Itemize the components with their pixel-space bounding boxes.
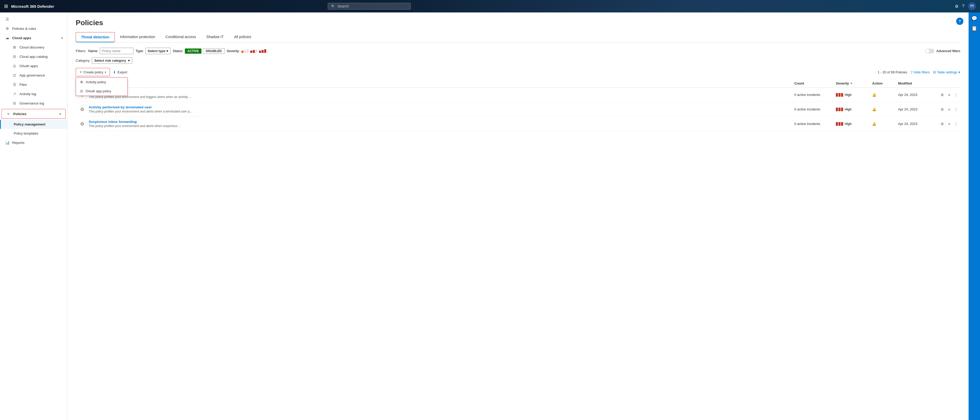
help-icon[interactable]: ? [962, 4, 964, 8]
status-disabled-btn[interactable]: DISABLED [203, 48, 224, 54]
oauth-app-policy-label: OAuth app policy [86, 89, 111, 93]
severity-medium[interactable] [250, 49, 258, 53]
type-label: Type: [135, 49, 144, 53]
row-settings-btn[interactable]: ⚙ [940, 121, 945, 127]
sidebar-item-governance-log[interactable]: ⊟ Governance log [0, 99, 67, 108]
sidebar-item-cloud-discovery[interactable]: ⊞ Cloud discovery [0, 43, 67, 52]
severity-sort-icon[interactable]: ▼ [850, 82, 853, 85]
sidebar-label: App governance [19, 73, 45, 77]
row-count: 0 active incidents [794, 107, 836, 111]
activity-log-icon: ↗ [12, 92, 17, 96]
activity-policy-option[interactable]: ⚙ Activity policy [76, 78, 127, 87]
create-policy-container: + Create policy ▾ ⚙ Activity policy ⊡ OA… [76, 68, 110, 76]
hide-filters-btn[interactable]: ▽ Hide filters [910, 70, 930, 74]
search-bar[interactable]: 🔍 [328, 3, 410, 10]
chevron-down-icon: ▾ [167, 49, 168, 53]
oauth-app-policy-option[interactable]: ⊡ OAuth app policy [76, 87, 127, 95]
settings-icon[interactable]: ⚙ [955, 4, 958, 9]
policy-name-link[interactable]: Activity [89, 91, 794, 95]
sidebar-section-policies[interactable]: ≡ Policies ∧ [2, 109, 65, 119]
category-value: Select risk category [94, 59, 126, 62]
oauth-app-policy-icon: ⊡ [80, 89, 83, 93]
row-list-btn[interactable]: ≡ [947, 92, 951, 97]
sidebar-label: Reports [12, 141, 24, 145]
create-policy-button[interactable]: + Create policy ▾ [76, 68, 110, 76]
sidebar-hamburger[interactable]: ☰ [0, 14, 67, 24]
cloud-app-catalog-icon: ⊟ [12, 54, 17, 59]
category-filter-row: Category: Select risk category ▾ [76, 57, 960, 64]
chevron-down-icon: ▾ [958, 70, 960, 74]
col-count-header: Count [794, 81, 836, 85]
sidebar-item-oauth-apps[interactable]: ◎ OAuth apps [0, 61, 67, 70]
search-input[interactable] [337, 4, 407, 8]
export-button[interactable]: ⬇ Export [113, 70, 127, 74]
export-label: Export [118, 70, 127, 74]
row-more-btn[interactable]: ⋮ [953, 107, 959, 112]
sidebar-item-files[interactable]: ☰ Files [0, 80, 67, 89]
cloud-apps-icon: ☁ [5, 36, 10, 40]
sidebar-item-policies-rules[interactable]: ⚙ Policies & rules [0, 24, 67, 33]
help-button[interactable]: ? [956, 18, 963, 25]
row-more-btn[interactable]: ⋮ [953, 121, 959, 127]
apps-grid-icon[interactable]: ⊞ [4, 3, 8, 9]
sidebar-label: Files [19, 83, 27, 87]
row-list-btn[interactable]: ≡ [947, 121, 951, 127]
sidebar-section-cloud-apps[interactable]: ☁ Cloud apps ∧ [0, 33, 67, 43]
app-governance-icon: ⊡ [12, 73, 17, 77]
feedback-icon[interactable]: 📋 [972, 25, 977, 31]
plus-icon: + [80, 70, 82, 75]
sidebar-item-activity-log[interactable]: ↗ Activity log [0, 89, 67, 99]
col-severity-header[interactable]: Severity ▼ [836, 81, 872, 85]
sidebar-item-policy-management[interactable]: Policy management [0, 120, 67, 129]
tab-all-policies[interactable]: All policies [229, 32, 256, 42]
category-select[interactable]: Select risk category ▾ [92, 57, 132, 64]
policy-name-input[interactable] [100, 48, 134, 54]
sidebar-item-policy-templates[interactable]: Policy templates [0, 129, 67, 138]
sidebar-item-reports[interactable]: 📊 Reports [0, 138, 67, 147]
hide-filters-label: Hide filters [914, 70, 930, 74]
bell-icon: 🔔 [872, 107, 876, 111]
row-list-btn[interactable]: ≡ [947, 107, 951, 112]
policy-name-link[interactable]: Suspicious inbox forwarding [89, 120, 794, 124]
sidebar: ☰ ⚙ Policies & rules ☁ Cloud apps ∧ ⊞ Cl… [0, 13, 67, 420]
type-select[interactable]: Select type ▾ [145, 48, 171, 54]
severity-label: High [845, 93, 852, 97]
row-more-btn[interactable]: ⋮ [953, 92, 959, 97]
policy-count: 1 - 20 of 99 Policies [878, 70, 907, 74]
row-name: Suspicious inbox forwarding This policy … [89, 120, 794, 128]
policy-description: This policy profiles your environment an… [89, 110, 794, 113]
row-settings-btn[interactable]: ⚙ [940, 107, 945, 112]
row-icon: ⚙ [76, 107, 89, 112]
severity-label: High [845, 122, 852, 126]
chevron-down-icon: ▾ [128, 59, 130, 62]
sidebar-item-cloud-app-catalog[interactable]: ⊟ Cloud app catalog [0, 52, 67, 61]
policies-rules-icon: ⚙ [5, 27, 10, 30]
row-settings-btn[interactable]: ⚙ [940, 92, 945, 97]
col-name-header: Name [89, 81, 794, 85]
bell-icon: 🔔 [872, 122, 876, 126]
advanced-filters-toggle[interactable] [925, 49, 934, 53]
tab-conditional-access[interactable]: Conditional access [160, 32, 201, 42]
user-avatar[interactable]: TT [968, 2, 976, 10]
chat-support-icon[interactable]: 💬 [972, 16, 977, 21]
severity-low[interactable] [241, 49, 249, 53]
sidebar-item-app-governance[interactable]: ⊡ App governance [0, 70, 67, 80]
sidebar-label: Cloud discovery [19, 45, 45, 49]
table-settings-btn[interactable]: ⊟ Table settings ▾ [933, 70, 961, 74]
type-filter: Type: Select type ▾ [135, 48, 170, 54]
tab-threat-detection[interactable]: Threat detection [76, 32, 115, 42]
toolbar-right: 1 - 20 of 99 Policies ▽ Hide filters ⊟ T… [878, 70, 960, 74]
severity-high-badge [836, 122, 843, 126]
filters-row: Filters: Name: Type: Select type ▾ Statu… [76, 48, 960, 54]
tab-shadow-it[interactable]: Shadow IT [201, 32, 229, 42]
severity-label: Severity: [227, 49, 240, 53]
status-active-btn[interactable]: ACTIVE [185, 48, 202, 54]
row-modified: Apr 24, 2023 [898, 93, 940, 97]
row-action: 🔔 [872, 107, 898, 111]
tab-information-protection[interactable]: Information protection [115, 32, 160, 42]
policy-name-link[interactable]: Activity performed by terminated user [89, 105, 794, 109]
type-value: Select type [148, 49, 165, 53]
row-severity: High [836, 122, 872, 126]
severity-high[interactable] [259, 49, 266, 53]
sidebar-label: Policy management [14, 123, 45, 126]
